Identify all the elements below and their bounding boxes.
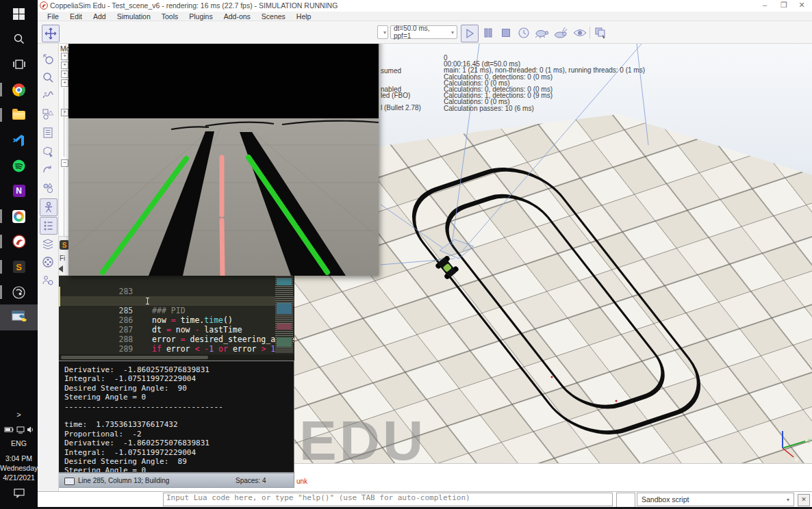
mini-shapes-button[interactable] — [40, 180, 56, 196]
coppeliasim-taskbar-icon[interactable] — [0, 230, 38, 253]
editor-line[interactable]: 289 if error < -1 or error > 1: — [58, 335, 294, 344]
tree-expand-icon[interactable]: + — [61, 79, 68, 87]
clock-time[interactable]: 3:04 PM — [0, 454, 38, 463]
editor-line[interactable]: 285 ### PID — [58, 296, 294, 306]
file-menu-fragment[interactable]: Fi — [60, 254, 65, 262]
editor-line[interactable]: 290 derivative = (error - lastError)/d — [58, 344, 294, 354]
console-line: time: 1.7353613376617432 — [64, 420, 294, 429]
console-line: ----------------------------------- — [64, 402, 294, 411]
tree-collapse-icon[interactable]: − — [61, 159, 68, 167]
tree-expand-icon[interactable]: + — [61, 62, 68, 69]
swirl-app-taskbar-icon[interactable] — [0, 205, 38, 228]
script-selector[interactable]: Sandbox script ▾ — [637, 493, 794, 506]
horizontal-scrollbar[interactable] — [58, 354, 294, 361]
faster-simulation-button[interactable] — [553, 25, 569, 41]
menu-item[interactable]: Scenes — [256, 12, 291, 21]
minimap-chunk — [277, 303, 292, 314]
simulation-settings-button[interactable] — [40, 51, 56, 67]
tree-expand-icon[interactable]: + — [61, 53, 68, 60]
tray-status-icons[interactable] — [0, 424, 38, 436]
spotify-taskbar-icon[interactable] — [0, 154, 38, 177]
stat-fragment: sumed — [381, 67, 401, 75]
object-shift-button[interactable] — [40, 143, 56, 159]
sublime-taskbar-icon[interactable]: S — [0, 255, 38, 278]
menu-item[interactable]: Simulation — [112, 12, 156, 21]
lua-aux-box[interactable] — [616, 493, 635, 508]
obs-icon — [12, 286, 25, 299]
svg-text:y: y — [808, 436, 811, 443]
dt-ppf-selector[interactable]: dt=50.0 ms, ppf=1 ▾ — [390, 25, 457, 39]
tree-expand-icon[interactable]: + — [61, 70, 68, 78]
vscode-taskbar-icon[interactable] — [0, 129, 38, 152]
turtle-icon — [534, 27, 549, 38]
stop-simulation-button[interactable] — [498, 25, 514, 41]
stat-line: Calculation passes: 10 (6 ms) — [444, 105, 645, 112]
shape-edit-button[interactable] — [40, 88, 56, 104]
minimize-button[interactable]: – — [757, 1, 772, 9]
search-button[interactable] — [0, 27, 38, 51]
editor-line[interactable]: 283 — [58, 277, 294, 287]
tree-expand-icon[interactable]: + — [61, 109, 68, 116]
close-console-button[interactable]: ✕ — [798, 494, 810, 506]
user-settings-button[interactable] — [40, 272, 56, 289]
restore-button[interactable]: ❐ — [776, 1, 791, 10]
onenote-taskbar-icon[interactable]: N — [0, 179, 38, 203]
camera-feed-image — [68, 42, 379, 276]
menu-item[interactable]: Add — [88, 12, 112, 21]
edu-watermark: EDU — [299, 409, 426, 463]
language-indicator[interactable]: ENG — [0, 439, 38, 448]
python-console-taskbar-icon[interactable] — [0, 304, 38, 330]
editor-line[interactable]: 288 error = desired_steering_angle - 90 — [58, 325, 294, 335]
page-selector-button[interactable] — [592, 25, 609, 41]
editor-line[interactable]: 286 now = time.time() — [58, 306, 294, 315]
hierarchy-list-button[interactable] — [40, 217, 58, 235]
tree-guide-line — [64, 88, 64, 157]
menu-item[interactable]: File — [42, 12, 64, 21]
menu-item[interactable]: Edit — [64, 12, 88, 21]
pause-simulation-button[interactable] — [480, 25, 496, 41]
indentation-status[interactable]: Spaces: 4 — [236, 477, 266, 484]
real-time-toggle-button[interactable] — [516, 25, 532, 41]
menu-item[interactable]: Add-ons — [218, 12, 256, 21]
window-title: CoppeliaSim Edu - Test_scene_v6 - render… — [50, 1, 338, 10]
minimap[interactable] — [275, 276, 293, 352]
menu-item[interactable]: Plugins — [183, 12, 218, 21]
slower-simulation-button[interactable] — [533, 25, 550, 41]
object-rotate-button[interactable] — [40, 161, 56, 178]
volume-icon — [27, 427, 33, 433]
app-titlebar[interactable]: CoppeliaSim Edu - Test_scene_v6 - render… — [38, 0, 812, 12]
layers-button[interactable] — [40, 235, 56, 252]
camera-pan-button[interactable] — [42, 25, 60, 42]
close-button[interactable]: ✕ — [794, 1, 809, 10]
obs-taskbar-icon[interactable] — [0, 280, 38, 304]
menu-item[interactable]: Tools — [156, 12, 184, 21]
start-button[interactable] — [0, 2, 38, 25]
scroll-left-icon[interactable] — [58, 265, 63, 272]
visualize-sensors-button[interactable] — [572, 25, 588, 41]
editor-line[interactable]: 284 ### — [58, 287, 294, 296]
hidden-combo-stub[interactable]: ▾ — [377, 25, 388, 39]
python-output-console[interactable]: Derivative: -1.8602575076839831Integral:… — [58, 361, 294, 473]
simulation-stats: 000:00:16.45 (dt=50.0 ms)main: 1 (21 ms)… — [444, 55, 645, 112]
lua-input[interactable]: Input Lua code here, or type "help()" (u… — [163, 493, 613, 506]
action-center-button[interactable] — [0, 488, 38, 501]
task-view-button[interactable] — [0, 53, 38, 76]
code-editor[interactable]: 283 284 ### 285 ### PID 286 now = time.t… — [58, 276, 294, 361]
scrollbar-thumb[interactable] — [61, 356, 208, 359]
robot-model-button[interactable] — [40, 198, 58, 216]
minimap-chunk — [277, 337, 292, 347]
lanes-final-window[interactable]: lanes_final – ❐ ✕ — [68, 27, 379, 276]
zoom-button[interactable] — [40, 69, 56, 86]
editor-line[interactable]: 287 dt = now - lastTime — [58, 315, 294, 325]
chrome-taskbar-icon[interactable] — [0, 78, 38, 101]
console-line: Steering Angle = 0 — [64, 466, 294, 473]
menu-item[interactable]: Help — [291, 12, 317, 21]
video-recorder-button[interactable] — [40, 254, 56, 270]
primitives-button[interactable] — [40, 106, 56, 122]
show-hidden-icons[interactable]: > — [0, 410, 38, 419]
minimap-chunk — [277, 278, 292, 285]
script-list-button[interactable] — [40, 125, 56, 141]
file-explorer-taskbar-icon[interactable] — [0, 103, 38, 127]
start-simulation-button[interactable] — [461, 25, 479, 42]
camera-sky — [68, 42, 379, 118]
